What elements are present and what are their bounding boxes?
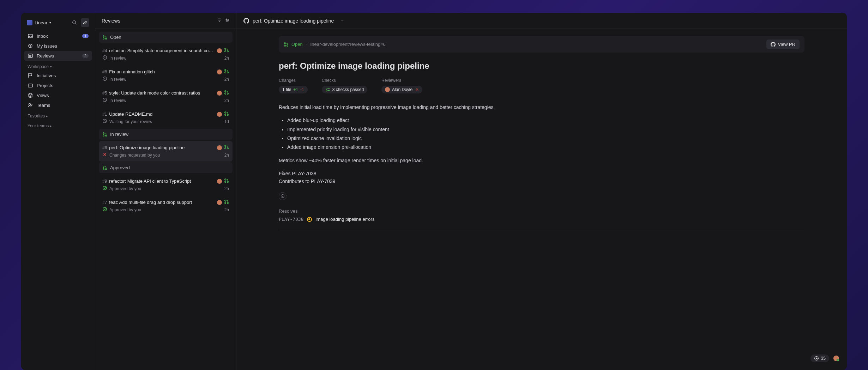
review-status: Approved by you [109, 186, 141, 191]
more-button[interactable] [340, 18, 345, 24]
review-item[interactable]: #1Update README.mdWaiting for your revie… [99, 108, 233, 128]
review-time: 2h [224, 186, 229, 191]
section-favorites[interactable]: Favorites ▸ [24, 110, 92, 120]
svg-point-37 [103, 166, 104, 167]
resolves-issue[interactable]: PLAY-7038 image loading pipeline errors [279, 217, 804, 222]
view-pr-button[interactable]: View PR [766, 40, 800, 49]
resolves-label: Resolves [279, 208, 804, 214]
svg-point-50 [344, 20, 344, 20]
github-icon [771, 42, 776, 47]
description-bullet: Added image dimension pre-allocation [287, 143, 804, 152]
review-time: 2h [224, 98, 229, 103]
divider [279, 229, 804, 229]
nav-reviews[interactable]: Reviews 2 [24, 51, 92, 61]
linear-logo-icon [27, 20, 32, 25]
svg-point-42 [227, 181, 229, 183]
svg-point-12 [103, 35, 104, 37]
avatar [217, 112, 222, 117]
pr-status: Open [291, 42, 303, 47]
svg-point-3 [29, 44, 32, 48]
svg-point-41 [225, 181, 226, 183]
review-time: 2h [224, 153, 229, 158]
pr-description: Reduces initial load time by implementin… [279, 103, 804, 200]
box-icon [28, 83, 33, 88]
svg-point-35 [225, 148, 226, 149]
avatar [217, 145, 222, 150]
review-title: Update README.md [109, 111, 215, 117]
nav-my-issues[interactable]: My issues [24, 41, 92, 51]
compose-icon [83, 20, 88, 25]
review-time: 2h [224, 77, 229, 82]
target-icon [28, 43, 33, 49]
checks-chip[interactable]: 3 checks passed [322, 86, 367, 93]
svg-point-38 [103, 168, 104, 170]
svg-point-28 [225, 114, 226, 116]
pr-title: perf: Optimize image loading pipeline [279, 61, 804, 71]
filter-button[interactable] [217, 18, 222, 24]
settings-button[interactable] [225, 18, 230, 24]
reviews-badge: 2 [82, 54, 89, 58]
nav-projects[interactable]: Projects [24, 80, 92, 90]
compose-button[interactable] [81, 18, 89, 27]
review-title: feat: Add multi-file drag and drop suppo… [109, 200, 215, 205]
svg-point-44 [225, 200, 226, 201]
section-your-teams[interactable]: Your teams ▸ [24, 120, 92, 130]
chevron-down-icon: ▾ [50, 65, 52, 68]
review-time: 2h [224, 56, 229, 61]
pr-icon [224, 145, 229, 151]
changes-chip[interactable]: 1 file +1 -1 [279, 86, 308, 93]
svg-point-48 [341, 20, 342, 20]
remove-reviewer-button[interactable]: ✕ [415, 87, 419, 92]
pr-repo[interactable]: linear-development/reviews-testing#6 [309, 42, 385, 47]
reviewers-label: Reviewers [381, 78, 422, 83]
review-group-header[interactable]: Open [99, 32, 233, 43]
svg-point-15 [225, 48, 226, 50]
breadcrumb-title: perf: Optimize image loading pipeline [253, 18, 334, 24]
avatar [217, 200, 222, 205]
svg-point-20 [225, 72, 226, 73]
search-button[interactable] [70, 18, 79, 27]
nav-teams[interactable]: Teams [24, 100, 92, 110]
review-title: style: Update dark mode color contrast r… [109, 90, 215, 96]
svg-point-16 [225, 51, 226, 52]
run-count-pill[interactable]: 35 [810, 354, 829, 362]
review-item[interactable]: #8Fix an animation glitchIn review2h [99, 65, 233, 86]
review-item[interactable]: #6perf: Optimize image loading pipelineC… [99, 141, 233, 162]
review-status: Waiting for your review [109, 119, 152, 124]
github-icon [243, 18, 249, 24]
review-item[interactable]: #7feat: Add multi-file drag and drop sup… [99, 196, 233, 216]
add-reaction-button[interactable] [279, 192, 287, 200]
nav-initiatives[interactable]: Initiatives [24, 71, 92, 80]
svg-point-34 [225, 145, 226, 147]
dots-icon [340, 18, 345, 23]
nav-views[interactable]: Views [24, 90, 92, 100]
review-time: 2h [224, 207, 229, 212]
review-item[interactable]: #9refactor: Migrate API client to TypeSc… [99, 175, 233, 195]
nav-label: Reviews [37, 53, 54, 59]
review-item[interactable]: #4refactor: Simplify state management in… [99, 44, 233, 65]
status-icon [102, 207, 107, 213]
nav-label: My issues [37, 43, 57, 49]
workspace-switcher[interactable]: Linear ▾ [27, 20, 51, 25]
review-id: #8 [102, 69, 107, 74]
status-icon [102, 76, 107, 82]
svg-point-36 [227, 148, 229, 149]
svg-point-25 [227, 93, 229, 95]
presence-avatar[interactable] [833, 355, 840, 362]
reviewer-chip[interactable]: Alan Doyle ✕ [381, 86, 422, 93]
pr-icon [284, 42, 289, 47]
avatar [217, 91, 222, 96]
description-bullet: Implemented priority loading for visible… [287, 125, 804, 134]
review-group-header[interactable]: Approved [99, 162, 233, 173]
review-group-header[interactable]: In review [99, 129, 233, 140]
checks-label: Checks [322, 78, 367, 83]
review-id: #6 [102, 145, 107, 150]
review-time: 1d [224, 119, 229, 124]
chevron-down-icon: ▾ [49, 21, 51, 24]
nav-inbox[interactable]: Inbox 1 [24, 31, 92, 41]
section-workspace[interactable]: Workspace ▾ [24, 61, 92, 71]
svg-point-17 [227, 51, 229, 52]
review-item[interactable]: #5style: Update dark mode color contrast… [99, 86, 233, 107]
avatar [217, 179, 222, 184]
changes-label: Changes [279, 78, 308, 83]
